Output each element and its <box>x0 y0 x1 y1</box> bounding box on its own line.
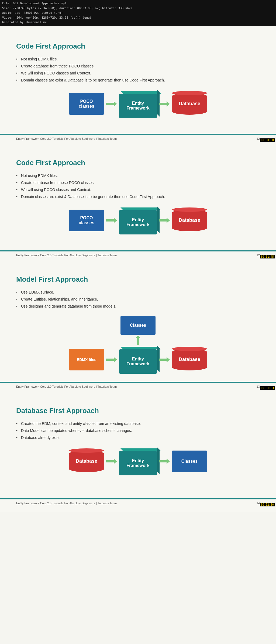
ef-box-1: EntityFramework <box>119 94 157 118</box>
slide3-bottom-row: EDMX files EntityFramework Database <box>69 346 207 374</box>
slide2-footer: Entity Framework Core 2.0 Tutorials For … <box>0 251 276 259</box>
slide4-footer-wrapper: Entity Framework Core 2.0 Tutorials For … <box>0 498 276 507</box>
slide3-bullets: Use EDMX surface. Create Entities, relat… <box>16 290 260 308</box>
file-info-line2: Size: 7700746 bytes (7.34 MiB), duration… <box>2 6 274 11</box>
slide4-diagram: Database EntityFramework Classes <box>16 447 260 475</box>
edmx-box-3: EDMX files <box>69 349 104 370</box>
slide4-bullet3: Database already exist. <box>16 435 260 440</box>
arrow2-1 <box>106 218 117 223</box>
ef-box-4: EntityFramework <box>119 451 157 475</box>
slide1-footer-wrapper: Entity Framework Core 2.0 Tutorials For … <box>0 134 276 142</box>
arrow1-2 <box>159 101 170 107</box>
slide4-title: Database First Approach <box>16 407 260 415</box>
slide2-footer-page: 12 <box>257 254 260 257</box>
slide2-bullet1: Not using EDMX files. <box>16 173 260 178</box>
slide3-title: Model First Approach <box>16 275 260 284</box>
slide1-footer-text: Entity Framework Core 2.0 Tutorials For … <box>16 137 117 140</box>
slide2-bullet3: We will using POCO classes and Context. <box>16 188 260 192</box>
slide1-bullet2: Create database from these POCO classes. <box>16 64 260 68</box>
ef-box-3: EntityFramework <box>119 349 157 374</box>
arrow4-1 <box>106 459 117 464</box>
slide-code-first-2: Code First Approach Not using EDMX files… <box>0 148 276 250</box>
slide-code-first-1: Code First Approach Not using EDMX files… <box>0 31 276 134</box>
slide4-bullets: Created the EDM, context and entity clas… <box>16 421 260 440</box>
slide3-footer-wrapper: Entity Framework Core 2.0 Tutorials For … <box>0 382 276 390</box>
arrow3-1 <box>106 357 117 362</box>
db-box-2: Database <box>172 210 207 231</box>
slide1-diagram: POCOclasses EntityFramework Database <box>16 90 260 118</box>
slide3-footer-text: Entity Framework Core 2.0 Tutorials For … <box>16 385 117 388</box>
file-info-line3: Audio: aac, 48000 Hz, stereo (und) <box>2 11 274 15</box>
slide2-timestamp: 00:01:45 <box>260 255 275 258</box>
db-box-1: Database <box>172 93 207 115</box>
ef-box-2: EntityFramework <box>119 210 157 234</box>
slide-model-first: Model First Approach Use EDMX surface. C… <box>0 264 276 382</box>
slide3-timestamp: 00:01:53 <box>260 386 275 390</box>
slide1-footer: Entity Framework Core 2.0 Tutorials For … <box>0 134 276 142</box>
poco-box-1: POCOclasses <box>69 93 104 115</box>
slide1-timestamp: 00:00:50 <box>260 138 275 142</box>
arrow1-1 <box>106 101 117 107</box>
slide1-bullet4: Domain classes are exist & Database is t… <box>16 78 260 82</box>
file-info-line4: Video: h264, yuv420p, 1280x720, 23.98 fp… <box>2 15 274 20</box>
slide2-title: Code First Approach <box>16 159 260 167</box>
slide1-bullet3: We will using POCO classes and Context. <box>16 71 260 75</box>
slide1-title: Code First Approach <box>16 42 260 50</box>
slide4-footer-text: Entity Framework Core 2.0 Tutorials For … <box>16 502 117 505</box>
slide-database-first: Database First Approach Created the EDM,… <box>0 396 276 498</box>
slide1-bullets: Not using EDMX files. Create database fr… <box>16 57 260 82</box>
slide2-footer-wrapper: Entity Framework Core 2.0 Tutorials For … <box>0 250 276 259</box>
db-box-4: Database <box>69 451 104 472</box>
arrow3-up <box>135 335 141 345</box>
slide2-bullet2: Create database from these POCO classes. <box>16 180 260 185</box>
arrow4-2 <box>159 459 170 464</box>
slide3-footer: Entity Framework Core 2.0 Tutorials For … <box>0 382 276 390</box>
poco-box-2: POCOclasses <box>69 210 104 231</box>
slide4-footer-page: 14 <box>257 502 260 505</box>
slide2-bullet4: Domain classes are exist & Database is t… <box>16 195 260 199</box>
file-info-line1: File: 002 Development Approaches.mp4 <box>2 1 274 6</box>
slide2-bullets: Not using EDMX files. Create database fr… <box>16 173 260 199</box>
slide2-diagram: POCOclasses EntityFramework Database <box>16 206 260 234</box>
slide4-bullet2: Data Model can be updated whenever datab… <box>16 428 260 433</box>
db-box-3: Database <box>172 349 207 370</box>
slide3-diagram: Classes EDMX files EntityFramework Datab… <box>16 316 260 374</box>
slide4-bullet1: Created the EDM, context and entity clas… <box>16 421 260 426</box>
classes-box-3: Classes <box>120 316 156 335</box>
arrow3-2 <box>159 357 170 362</box>
slide4-footer: Entity Framework Core 2.0 Tutorials For … <box>0 499 276 507</box>
slide1-footer-page: 12 <box>257 137 260 140</box>
file-info-bar: File: 002 Development Approaches.mp4 Siz… <box>0 0 276 26</box>
slide3-bullet2: Create Entities, relationships, and inhe… <box>16 297 260 301</box>
arrow2-2 <box>159 218 170 223</box>
classes-box-4: Classes <box>172 451 207 472</box>
slide3-footer-page: 13 <box>257 385 260 388</box>
slide3-bullet3: Use designer and generate database from … <box>16 304 260 308</box>
slide3-bullet1: Use EDMX surface. <box>16 290 260 294</box>
slide2-footer-text: Entity Framework Core 2.0 Tutorials For … <box>16 254 117 257</box>
file-info-line5: Generated by Thumbnail.me <box>2 20 274 25</box>
slide1-bullet1: Not using EDMX files. <box>16 57 260 61</box>
slide4-timestamp: 00:02:30 <box>260 503 275 506</box>
